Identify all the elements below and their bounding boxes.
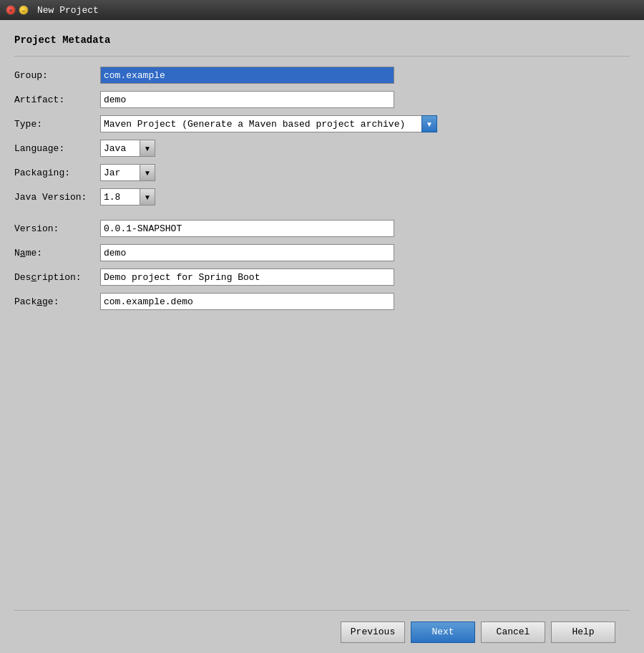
name-label-text: Name: xyxy=(14,248,42,258)
packaging-dropdown-btn[interactable]: ▼ xyxy=(140,164,155,181)
type-input[interactable] xyxy=(100,115,421,132)
spacer1 xyxy=(14,213,630,220)
java-version-input-group: ▼ xyxy=(100,188,155,205)
package-input[interactable] xyxy=(100,293,394,310)
group-input[interactable] xyxy=(100,67,394,84)
name-label: Name: xyxy=(14,248,100,258)
form-area: Project Metadata Group: Artifact: Type: … xyxy=(14,34,630,322)
close-button[interactable]: × xyxy=(6,5,16,15)
packaging-input[interactable] xyxy=(100,164,140,181)
description-label-text: Description: xyxy=(14,272,82,283)
description-row: Description: xyxy=(14,269,630,286)
previous-button[interactable]: Previous xyxy=(341,621,405,643)
type-dropdown-btn[interactable]: ▼ xyxy=(421,115,437,132)
group-label: Group: xyxy=(14,70,100,81)
bottom-bar: Previous Next Cancel Help xyxy=(14,610,630,653)
section-divider xyxy=(14,56,630,57)
artifact-row: Artifact: xyxy=(14,91,630,108)
language-input[interactable] xyxy=(100,140,140,157)
minimize-button[interactable]: – xyxy=(19,5,29,15)
description-input[interactable] xyxy=(100,269,394,286)
java-version-input[interactable] xyxy=(100,188,140,205)
java-version-row: Java Version: ▼ xyxy=(14,188,630,205)
package-row: Package: xyxy=(14,293,630,310)
java-version-label-text: Java Version: xyxy=(14,192,87,203)
content-spacer xyxy=(14,322,630,610)
section-title: Project Metadata xyxy=(14,34,630,46)
type-row: Type: ▼ xyxy=(14,115,630,132)
title-bar: × – New Project xyxy=(0,0,644,20)
window-controls: × – xyxy=(6,5,29,15)
java-version-dropdown-btn[interactable]: ▼ xyxy=(140,188,155,205)
package-label: Package: xyxy=(14,296,100,307)
language-dropdown-btn[interactable]: ▼ xyxy=(140,140,155,157)
group-row: Group: xyxy=(14,67,630,84)
window-title: New Project xyxy=(37,5,99,16)
version-label: Version: xyxy=(14,223,100,234)
package-label-text: Package: xyxy=(14,296,59,307)
next-button[interactable]: Next xyxy=(411,621,475,643)
language-input-group: ▼ xyxy=(100,140,155,157)
language-label: Language: xyxy=(14,143,100,154)
main-content: Project Metadata Group: Artifact: Type: … xyxy=(0,20,644,653)
type-input-group: ▼ xyxy=(100,115,437,132)
name-input[interactable] xyxy=(100,244,394,261)
packaging-input-group: ▼ xyxy=(100,164,155,181)
artifact-label: Artifact: xyxy=(14,95,100,105)
language-row: Language: ▼ xyxy=(14,140,630,157)
type-label: Type: xyxy=(14,119,100,130)
version-row: Version: xyxy=(14,220,630,237)
packaging-label: Packaging: xyxy=(14,168,100,178)
description-label: Description: xyxy=(14,272,100,283)
name-row: Name: xyxy=(14,244,630,261)
java-version-label: Java Version: xyxy=(14,192,100,203)
cancel-button[interactable]: Cancel xyxy=(481,621,545,643)
packaging-row: Packaging: ▼ xyxy=(14,164,630,181)
artifact-input[interactable] xyxy=(100,91,394,108)
help-button[interactable]: Help xyxy=(551,621,615,643)
version-input[interactable] xyxy=(100,220,394,237)
